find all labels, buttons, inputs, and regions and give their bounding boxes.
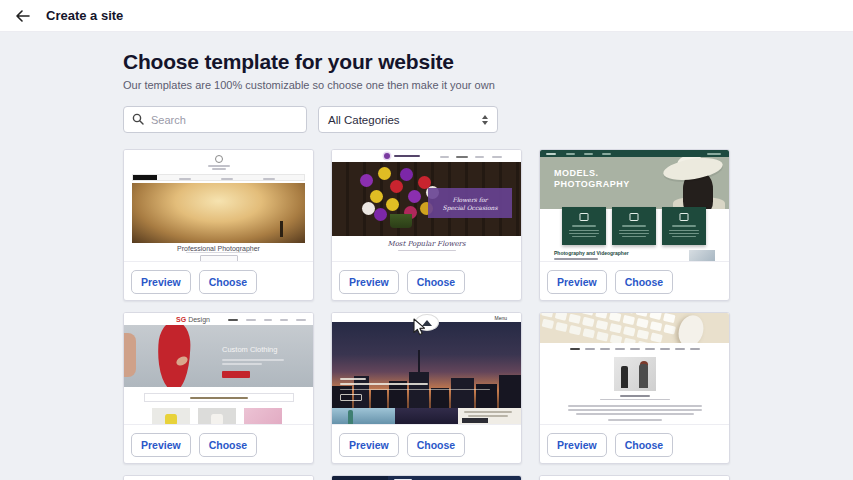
mini-banner [144,393,294,402]
choose-button[interactable]: Choose [407,270,466,294]
mini-button [200,255,238,262]
window-title: Create a site [46,8,123,23]
mini-nav-item [584,153,593,155]
mini-nav-item [264,319,272,321]
mini-nav-item [690,348,700,350]
product-thumb-white-dress [198,408,236,425]
mini-hero-title: MODELS. PHOTOGRAPHY [554,168,630,190]
search-input[interactable] [151,114,298,126]
card-actions: Preview Choose [332,425,521,464]
main-content: Choose template for your website Our tem… [0,32,853,480]
preview-button[interactable]: Preview [339,433,399,457]
mini-hero: MODELS. PHOTOGRAPHY [540,157,729,209]
template-grid: Professional Photographer Preview Choose [123,149,853,480]
preview-button[interactable]: Preview [131,433,191,457]
preview-button[interactable]: Preview [547,270,607,294]
search-box[interactable] [123,106,307,133]
text-line-placeholder [608,419,662,421]
mini-navbar [132,174,305,181]
mini-nav-item [221,178,233,180]
category-select[interactable]: All Categories [318,106,498,133]
building-shape [409,372,429,408]
text-line-placeholder [672,225,696,227]
yellow-dress-shape [165,414,177,425]
preview-button[interactable]: Preview [131,270,191,294]
template-card-sg-design: SG Design Custom Clothing [123,312,314,464]
mini-nav-item [263,178,275,180]
text-line-placeholder [186,252,252,253]
mini-hero-photo: Flowers for Special Occasions [332,162,521,236]
template-thumbnail[interactable]: Professional Photographer [124,150,313,262]
mini-nav-item [602,153,611,155]
product-thumbnails [152,408,282,425]
template-thumbnail[interactable]: Flowers for Special Occasions Most Popul… [332,150,521,262]
mini-navbar [332,476,521,480]
choose-button[interactable]: Choose [199,433,258,457]
mini-nav-active-tab [133,175,157,180]
mini-site-title: Professional Photographer [124,245,313,252]
template-thumbnail[interactable]: Menu [332,313,521,425]
building-shape [476,384,497,408]
search-icon [132,111,144,129]
template-card-city-blog: Menu [331,312,522,464]
mini-section-image [689,250,715,262]
mini-logo-text: Design [188,316,210,323]
choose-button[interactable]: Choose [407,433,466,457]
text-line-placeholder [622,236,646,237]
text-line-placeholder [619,233,649,234]
mini-hero-banner: Flowers for Special Occasions [428,188,512,218]
building-shape [389,381,407,408]
mini-nav-item [475,156,484,158]
mini-logo-text-placeholder [394,155,420,157]
photo-icon [630,213,639,221]
choose-button[interactable]: Choose [615,433,674,457]
mini-office-photo [614,357,656,391]
statue-shape [348,410,353,425]
feature-box [562,207,606,245]
text-line-placeholder [340,389,490,391]
text-line-placeholder [554,258,598,260]
mini-logo-accent: SG [176,316,186,323]
mini-nav-item [546,153,556,155]
mini-navbar [540,150,729,157]
preview-button[interactable]: Preview [547,433,607,457]
text-line-placeholder [568,409,702,411]
keyboard-banner-photo [540,313,729,343]
text-line-placeholder [222,359,284,361]
back-arrow-icon[interactable] [13,7,31,25]
template-thumbnail[interactable]: MODELS. PHOTOGRAPHY [540,150,729,262]
mini-nav-item [440,156,449,158]
mini-hero-photo [332,322,521,408]
template-card-partial-tabs [123,475,314,480]
mountain-badge-logo [415,314,439,331]
building-shape [431,388,449,408]
card-actions: Preview Choose [332,262,521,301]
mini-nav-item [585,348,595,350]
template-thumbnail[interactable] [540,313,729,425]
choose-button[interactable]: Choose [615,270,674,294]
template-thumbnail[interactable]: SG Design Custom Clothing [124,313,313,425]
preview-button[interactable]: Preview [339,270,399,294]
template-thumbnail[interactable] [124,476,313,480]
building-shape [451,378,474,408]
mini-nav-item [246,319,256,321]
choose-button[interactable]: Choose [199,270,258,294]
mini-header: SG Design [124,313,313,325]
mini-cta-button [222,371,250,378]
text-line-placeholder [672,236,696,237]
mini-section-title: Photography and Videographer [554,250,629,256]
text-line-placeholder [569,233,599,234]
mini-section-title: Most Popular Flowers [332,240,521,248]
person-silhouette [639,364,648,388]
text-line-placeholder [600,399,670,400]
template-thumbnail[interactable]: KDS [540,476,729,480]
mini-nav-item [179,178,191,180]
template-thumbnail[interactable] [332,476,521,480]
mini-logo-icon [215,155,223,163]
text-line-placeholder [212,168,226,170]
mini-nav-item [566,153,575,155]
mini-nav-item [600,348,610,350]
feature-box [612,207,656,245]
mini-menu-label: Menu [494,315,507,321]
mini-nav-item [645,348,655,350]
